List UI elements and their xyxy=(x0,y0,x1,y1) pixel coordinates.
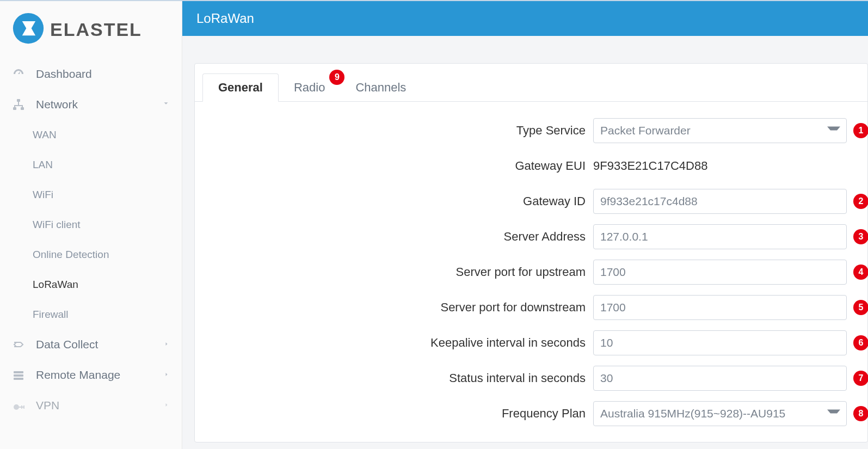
sidebar-item-network[interactable]: Network xyxy=(0,89,182,120)
sidebar-item-data-collect[interactable]: Data Collect xyxy=(0,329,182,360)
dashboard-icon xyxy=(12,67,28,81)
sidebar-item-label: Remote Manage xyxy=(36,368,163,382)
chevron-down-icon xyxy=(162,100,170,109)
sidebar-item-label: Network xyxy=(36,98,162,111)
remote-manage-icon xyxy=(12,368,28,382)
label-gateway-eui: Gateway EUI xyxy=(195,159,593,173)
row-port-upstream: Server port for upstream 4 xyxy=(195,254,867,290)
brand-text: ELASTEL xyxy=(50,19,142,40)
input-gateway-id[interactable] xyxy=(593,189,847,214)
label-server-address: Server Address xyxy=(195,230,593,244)
svg-rect-2 xyxy=(13,107,16,110)
tab-channels[interactable]: Channels xyxy=(340,74,421,101)
svg-rect-6 xyxy=(14,378,23,380)
sidebar: ELASTEL Dashboard Network WAN LAN xyxy=(0,1,182,449)
input-server-address[interactable] xyxy=(593,224,847,249)
input-port-upstream[interactable] xyxy=(593,260,847,285)
tab-radio[interactable]: Radio 9 xyxy=(279,74,340,101)
sidebar-item-label: Firewall xyxy=(33,309,170,321)
row-status-interval: Status interval in seconds 7 xyxy=(195,360,867,396)
sidebar-item-label: VPN xyxy=(36,399,163,412)
label-status-interval: Status interval in seconds xyxy=(195,371,593,385)
page-header: LoRaWan xyxy=(182,1,868,36)
label-frequency-plan: Frequency Plan xyxy=(195,407,593,421)
sidebar-item-wan[interactable]: WAN xyxy=(0,120,182,150)
general-form: Type Service Packet Forwarder 1 Gateway … xyxy=(195,102,867,442)
sidebar-item-firewall[interactable]: Firewall xyxy=(0,299,182,329)
annotation-badge-1: 1 xyxy=(853,123,868,138)
svg-rect-5 xyxy=(14,374,23,377)
svg-rect-1 xyxy=(17,99,20,102)
content: General Radio 9 Channels Type Service Pa… xyxy=(182,36,868,442)
data-collect-icon xyxy=(12,338,28,351)
annotation-badge-3: 3 xyxy=(853,229,868,244)
row-gateway-eui: Gateway EUI 9F933E21C17C4D88 xyxy=(195,148,867,183)
annotation-badge-6: 6 xyxy=(853,335,868,350)
annotation-badge-4: 4 xyxy=(853,265,868,280)
sidebar-item-label: WiFi xyxy=(33,189,170,201)
elastel-logo-icon xyxy=(12,12,45,47)
select-type-service[interactable]: Packet Forwarder xyxy=(593,118,847,143)
sidebar-item-label: LoRaWan xyxy=(33,279,170,291)
annotation-badge-7: 7 xyxy=(853,371,868,386)
value-gateway-eui: 9F933E21C17C4D88 xyxy=(593,159,707,173)
annotation-badge-2: 2 xyxy=(853,194,868,209)
input-status-interval[interactable] xyxy=(593,366,847,391)
tab-label: General xyxy=(218,81,263,94)
row-keepalive: Keepalive interval in seconds 6 xyxy=(195,325,867,360)
network-icon xyxy=(12,98,28,111)
svg-rect-3 xyxy=(21,107,24,110)
label-port-upstream: Server port for upstream xyxy=(195,265,593,279)
sidebar-item-lorawan[interactable]: LoRaWan xyxy=(0,269,182,299)
row-gateway-id: Gateway ID 2 xyxy=(195,183,867,219)
chevron-right-icon xyxy=(163,340,170,349)
sidebar-item-dashboard[interactable]: Dashboard xyxy=(0,59,182,89)
sidebar-subnav-network: WAN LAN WiFi WiFi client Online Detectio… xyxy=(0,120,182,329)
main: LoRaWan General Radio 9 Channels Type Se… xyxy=(182,1,868,449)
sidebar-item-online-detection[interactable]: Online Detection xyxy=(0,239,182,269)
sidebar-item-label: Dashboard xyxy=(36,67,170,81)
sidebar-item-label: LAN xyxy=(33,159,170,171)
svg-rect-4 xyxy=(14,371,23,373)
sidebar-item-vpn[interactable]: VPN xyxy=(0,390,182,421)
brand-logo: ELASTEL xyxy=(0,7,182,59)
sidebar-item-remote-manage[interactable]: Remote Manage xyxy=(0,360,182,390)
annotation-badge-8: 8 xyxy=(853,406,868,421)
chevron-right-icon xyxy=(163,401,170,410)
sidebar-nav: Dashboard Network WAN LAN WiFi WiFi clie… xyxy=(0,59,182,421)
input-port-downstream[interactable] xyxy=(593,295,847,320)
page-title: LoRaWan xyxy=(196,11,254,26)
vpn-icon xyxy=(12,399,28,412)
row-server-address: Server Address 3 xyxy=(195,219,867,254)
sidebar-item-label: Online Detection xyxy=(33,249,170,261)
label-port-downstream: Server port for downstream xyxy=(195,300,593,315)
annotation-badge-5: 5 xyxy=(853,300,868,315)
label-gateway-id: Gateway ID xyxy=(195,194,593,208)
label-type-service: Type Service xyxy=(195,124,593,138)
row-port-downstream: Server port for downstream 5 xyxy=(195,290,867,325)
input-keepalive[interactable] xyxy=(593,330,847,355)
svg-point-7 xyxy=(14,404,19,410)
chevron-right-icon xyxy=(163,370,170,380)
sidebar-item-label: WAN xyxy=(33,129,170,141)
sidebar-item-label: Data Collect xyxy=(36,338,163,351)
tab-general[interactable]: General xyxy=(202,73,279,102)
label-keepalive: Keepalive interval in seconds xyxy=(195,336,593,350)
row-type-service: Type Service Packet Forwarder 1 xyxy=(195,113,867,148)
tab-label: Radio xyxy=(294,81,325,94)
sidebar-item-wifi[interactable]: WiFi xyxy=(0,180,182,210)
settings-card: General Radio 9 Channels Type Service Pa… xyxy=(194,63,868,442)
row-frequency-plan: Frequency Plan Australia 915MHz(915~928)… xyxy=(195,396,867,431)
select-frequency-plan[interactable]: Australia 915MHz(915~928)--AU915 xyxy=(593,401,847,426)
sidebar-item-wifi-client[interactable]: WiFi client xyxy=(0,210,182,239)
sidebar-item-lan[interactable]: LAN xyxy=(0,150,182,180)
tabs: General Radio 9 Channels xyxy=(195,64,867,102)
tab-label: Channels xyxy=(355,81,406,94)
sidebar-item-label: WiFi client xyxy=(33,219,170,231)
